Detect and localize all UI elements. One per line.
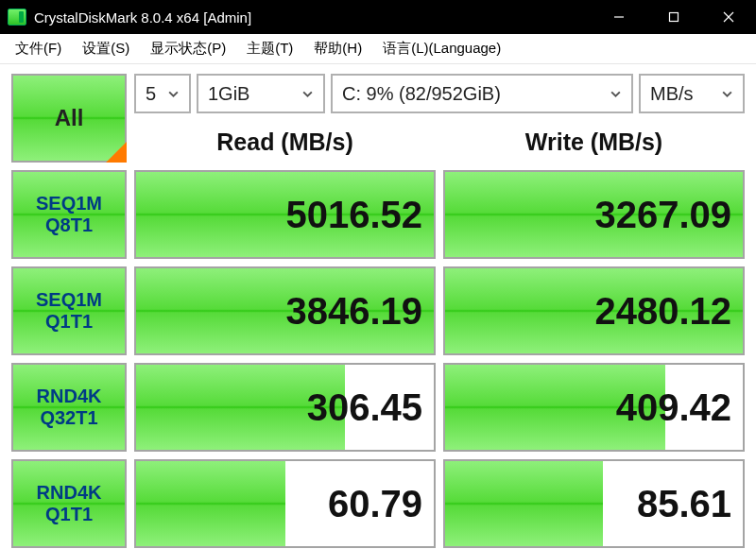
test-size-select[interactable]: 1GiB [197, 74, 325, 113]
drive-value: C: 9% (82/952GiB) [342, 83, 501, 105]
write-value-seq1m-q1t1: 2480.12 [443, 266, 745, 355]
read-number: 3846.19 [285, 290, 422, 333]
test-button-seq1m-q8t1[interactable]: SEQ1M Q8T1 [11, 170, 127, 259]
menu-language[interactable]: 语言(L)(Language) [373, 36, 510, 61]
test-label-line1: RND4K [37, 482, 102, 504]
test-label-line2: Q32T1 [40, 407, 97, 429]
write-value-rnd4k-q32t1: 409.42 [443, 363, 745, 452]
close-icon [723, 11, 734, 23]
unit-value: MB/s [650, 83, 694, 105]
test-size-value: 1GiB [208, 83, 249, 105]
minimize-icon [613, 11, 625, 23]
test-button-rnd4k-q1t1[interactable]: RND4K Q1T1 [11, 459, 127, 548]
svg-rect-0 [670, 13, 679, 22]
chevron-down-icon [602, 83, 622, 105]
chevron-down-icon [713, 83, 733, 105]
read-value-seq1m-q8t1: 5016.52 [134, 170, 436, 259]
window-title: CrystalDiskMark 8.0.4 x64 [Admin] [34, 9, 251, 26]
close-button[interactable] [701, 0, 756, 34]
chevron-down-icon [294, 83, 314, 105]
chevron-down-icon [160, 83, 180, 105]
read-number: 306.45 [307, 386, 422, 429]
iterations-select[interactable]: 5 [134, 74, 191, 113]
test-label-line1: SEQ1M [36, 289, 102, 311]
read-number: 60.79 [328, 483, 422, 525]
menu-settings[interactable]: 设置(S) [73, 36, 139, 61]
read-header: Read (MB/s) [134, 121, 436, 163]
menu-theme[interactable]: 主题(T) [237, 36, 302, 61]
read-value-seq1m-q1t1: 3846.19 [134, 266, 436, 355]
write-number: 2480.12 [594, 290, 731, 333]
test-label-line2: Q1T1 [45, 504, 93, 525]
app-icon [8, 9, 26, 26]
test-label-line1: RND4K [37, 386, 102, 407]
menu-help[interactable]: 帮助(H) [304, 36, 371, 61]
drive-select[interactable]: C: 9% (82/952GiB) [331, 74, 633, 113]
write-number: 3267.09 [594, 194, 731, 236]
write-header: Write (MB/s) [443, 121, 745, 163]
write-number: 409.42 [616, 386, 731, 429]
test-label-line2: Q8T1 [45, 214, 93, 236]
read-value-rnd4k-q1t1: 60.79 [134, 459, 436, 548]
unit-select[interactable]: MB/s [639, 74, 745, 113]
read-value-rnd4k-q32t1: 306.45 [134, 363, 436, 452]
read-bar [136, 461, 285, 546]
menu-file[interactable]: 文件(F) [6, 36, 71, 61]
write-value-seq1m-q8t1: 3267.09 [443, 170, 745, 259]
client-area: All 5 1GiB C: 9% (82/952GiB) MB/s Read (… [0, 64, 756, 549]
maximize-icon [668, 11, 679, 23]
menu-state[interactable]: 显示状态(P) [141, 36, 235, 61]
minimize-button[interactable] [592, 0, 646, 34]
write-bar [445, 461, 603, 546]
test-button-rnd4k-q32t1[interactable]: RND4K Q32T1 [11, 363, 127, 452]
test-button-seq1m-q1t1[interactable]: SEQ1M Q1T1 [11, 266, 127, 355]
controls-row: 5 1GiB C: 9% (82/952GiB) MB/s [134, 74, 745, 113]
window-controls [592, 0, 756, 34]
maximize-button[interactable] [646, 0, 701, 34]
title-bar: CrystalDiskMark 8.0.4 x64 [Admin] [0, 0, 756, 34]
write-value-rnd4k-q1t1: 85.61 [443, 459, 745, 548]
read-number: 5016.52 [285, 194, 422, 236]
menu-bar: 文件(F) 设置(S) 显示状态(P) 主题(T) 帮助(H) 语言(L)(La… [0, 34, 756, 64]
write-number: 85.61 [637, 483, 731, 525]
test-label-line1: SEQ1M [36, 193, 102, 214]
iterations-value: 5 [146, 83, 156, 105]
test-label-line2: Q1T1 [45, 311, 93, 333]
run-all-button[interactable]: All [11, 74, 127, 163]
resize-grip-icon [106, 142, 127, 163]
run-all-label: All [55, 105, 84, 131]
